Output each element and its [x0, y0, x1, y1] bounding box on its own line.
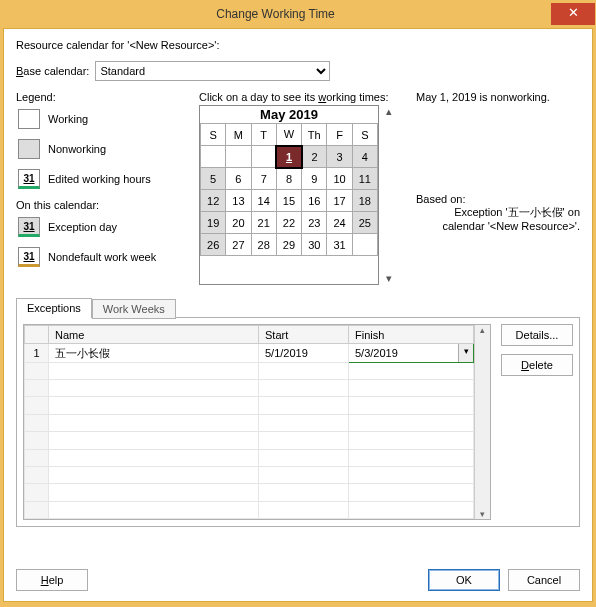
calendar-day[interactable]: 11: [352, 168, 377, 190]
calendar-day[interactable]: 14: [251, 190, 276, 212]
legend-nondefault-label: Nondefault work week: [48, 251, 156, 263]
calendar-day[interactable]: 8: [276, 168, 301, 190]
legend-exception-swatch: 31: [18, 217, 40, 237]
window-title: Change Working Time: [0, 7, 551, 21]
scroll-down-icon[interactable]: ▾: [480, 509, 485, 519]
grid-scrollbar[interactable]: ▴ ▾: [474, 325, 490, 519]
legend-working-swatch: [18, 109, 40, 129]
calendar-day: [352, 234, 377, 256]
exceptions-grid[interactable]: Name Start Finish 1 五一小长假 5/1/2019 5/3/2…: [24, 325, 474, 519]
calendar-day[interactable]: 1: [276, 146, 301, 168]
calendar-dow: T: [251, 124, 276, 146]
grid-cell-name[interactable]: 五一小长假: [49, 344, 259, 362]
base-calendar-select[interactable]: Standard: [95, 61, 330, 81]
legend-working-label: Working: [48, 113, 88, 125]
calendar-day[interactable]: 9: [302, 168, 327, 190]
calendar-day[interactable]: 22: [276, 212, 301, 234]
legend-edited-swatch: 31: [18, 169, 40, 189]
legend-title: Legend:: [16, 91, 191, 103]
grid-header-name[interactable]: Name: [49, 326, 259, 344]
calendar-hint: Click on a day to see its working times:: [199, 91, 404, 103]
calendar-day[interactable]: 2: [302, 146, 327, 168]
calendar-day[interactable]: 24: [327, 212, 352, 234]
calendar-dow: S: [201, 124, 226, 146]
calendar-dow: F: [327, 124, 352, 146]
legend-on-this-label: On this calendar:: [16, 199, 191, 211]
calendar-day[interactable]: 27: [226, 234, 251, 256]
calendar-dow: Th: [302, 124, 327, 146]
legend-exception-label: Exception day: [48, 221, 117, 233]
grid-cell-finish[interactable]: 5/3/2019 ▾: [349, 344, 474, 362]
calendar-day[interactable]: 17: [327, 190, 352, 212]
calendar-dow: S: [352, 124, 377, 146]
legend-nondefault-swatch: 31: [18, 247, 40, 267]
calendar-day[interactable]: 20: [226, 212, 251, 234]
calendar-day[interactable]: 28: [251, 234, 276, 256]
details-button[interactable]: Details...: [501, 324, 573, 346]
calendar-dow: W: [276, 124, 301, 146]
calendar-day[interactable]: 30: [302, 234, 327, 256]
delete-button[interactable]: Delete: [501, 354, 573, 376]
ok-button[interactable]: OK: [428, 569, 500, 591]
calendar-day[interactable]: 21: [251, 212, 276, 234]
calendar-day[interactable]: 16: [302, 190, 327, 212]
calendar-day[interactable]: 15: [276, 190, 301, 212]
based-on-label: Based on:: [416, 193, 580, 205]
calendar-day[interactable]: 26: [201, 234, 226, 256]
calendar-day[interactable]: 18: [352, 190, 377, 212]
calendar-day[interactable]: 5: [201, 168, 226, 190]
tab-work-weeks[interactable]: Work Weeks: [92, 299, 176, 319]
tab-exceptions[interactable]: Exceptions: [16, 298, 92, 318]
based-on-text: Exception '五一小长假' on calendar '<New Reso…: [416, 205, 580, 232]
calendar-day[interactable]: 3: [327, 146, 352, 168]
scroll-up-icon[interactable]: ▴: [480, 325, 485, 335]
calendar-day: [226, 146, 251, 168]
grid-cell-start[interactable]: 5/1/2019: [259, 344, 349, 362]
legend-nonworking-label: Nonworking: [48, 143, 106, 155]
help-button[interactable]: Help: [16, 569, 88, 591]
calendar-day[interactable]: 29: [276, 234, 301, 256]
cancel-button[interactable]: Cancel: [508, 569, 580, 591]
calendar-day[interactable]: 7: [251, 168, 276, 190]
table-row[interactable]: 1 五一小长假 5/1/2019 5/3/2019 ▾: [25, 344, 474, 362]
legend-nonworking-swatch: [18, 139, 40, 159]
calendar-day[interactable]: 10: [327, 168, 352, 190]
grid-rownum: 1: [25, 344, 49, 362]
calendar-day[interactable]: 6: [226, 168, 251, 190]
calendar-day[interactable]: 31: [327, 234, 352, 256]
calendar-prev-icon[interactable]: ▴: [381, 105, 397, 118]
legend-edited-label: Edited working hours: [48, 173, 151, 185]
resource-calendar-label: Resource calendar for '<New Resource>':: [16, 39, 580, 51]
calendar-day[interactable]: 19: [201, 212, 226, 234]
chevron-down-icon[interactable]: ▾: [458, 344, 473, 361]
close-icon[interactable]: ✕: [551, 3, 595, 25]
calendar[interactable]: May 2019 SMTWThFS12345678910111213141516…: [199, 105, 379, 285]
base-calendar-label: Base calendar:: [16, 65, 89, 77]
calendar-next-icon[interactable]: ▾: [381, 272, 397, 285]
calendar-month-title: May 2019: [200, 106, 378, 123]
calendar-day[interactable]: 13: [226, 190, 251, 212]
calendar-day[interactable]: 4: [352, 146, 377, 168]
grid-header-finish[interactable]: Finish: [349, 326, 474, 344]
calendar-day[interactable]: 25: [352, 212, 377, 234]
calendar-day: [251, 146, 276, 168]
grid-header-start[interactable]: Start: [259, 326, 349, 344]
calendar-day[interactable]: 12: [201, 190, 226, 212]
calendar-day[interactable]: 23: [302, 212, 327, 234]
calendar-dow: M: [226, 124, 251, 146]
grid-corner: [25, 326, 49, 344]
calendar-day: [201, 146, 226, 168]
day-status-text: May 1, 2019 is nonworking.: [416, 91, 580, 103]
